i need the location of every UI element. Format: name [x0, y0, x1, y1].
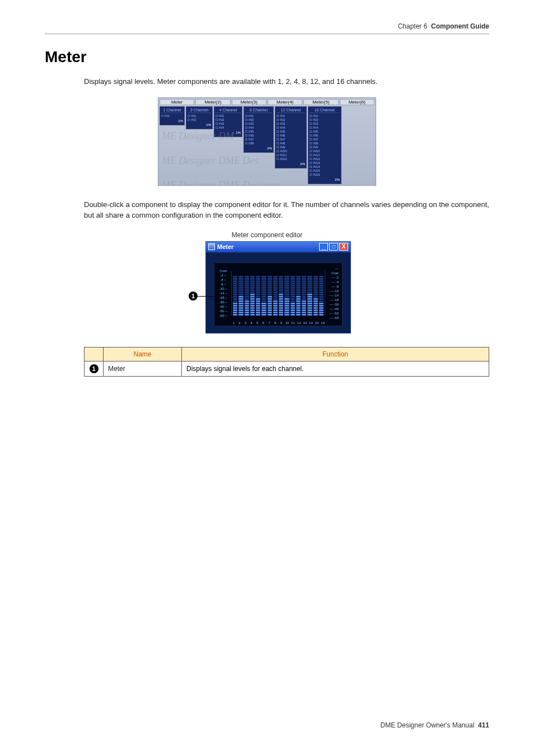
input-port: IN15 — [310, 169, 340, 173]
minimize-button[interactable]: _ — [319, 243, 328, 251]
input-port: IN3 — [310, 122, 340, 126]
meter-bar — [268, 276, 272, 316]
scale-tick: --- Over — [327, 266, 339, 275]
port-icon — [277, 134, 279, 137]
meter-segment — [296, 276, 301, 278]
meter-segment — [284, 296, 289, 298]
channel-number: 13 — [303, 321, 308, 325]
window-titlebar: Meter _ □ X — [205, 241, 351, 252]
meter-segment — [302, 296, 306, 298]
meter-segment — [291, 314, 295, 316]
designer-tab: Meter(3) — [232, 99, 266, 105]
meter-segment — [273, 303, 278, 304]
meter-segment — [296, 298, 301, 300]
port-label: IN13 — [313, 161, 320, 165]
meter-segment — [319, 276, 324, 278]
meter-segment — [302, 276, 306, 278]
port-icon — [245, 119, 247, 121]
body-paragraph-2: Double-click a component to display the … — [84, 199, 489, 221]
meter-segment — [307, 278, 312, 280]
port-icon — [188, 115, 190, 117]
close-button[interactable]: X — [339, 243, 348, 251]
input-port: IN4 — [245, 126, 272, 130]
meter-segment — [279, 283, 283, 284]
meter-segment — [302, 294, 306, 295]
component-block: 1 ChannelIN11% — [160, 106, 185, 125]
meter-segment — [250, 298, 255, 300]
meter-segment — [296, 300, 301, 302]
meter-segment — [250, 278, 255, 280]
meter-segment — [233, 303, 237, 304]
meter-segment — [250, 305, 255, 307]
meter-segment — [307, 285, 312, 287]
scale-tick: --- -50 — [327, 311, 339, 316]
section-label: Component Guide — [431, 22, 489, 30]
scale-tick: --- -60 — [327, 316, 339, 320]
meter-segment — [313, 285, 318, 287]
meter-bar — [291, 276, 295, 316]
port-icon — [245, 138, 247, 140]
meter-segment — [238, 285, 243, 287]
maximize-button[interactable]: □ — [329, 243, 338, 251]
meter-segment — [319, 289, 324, 291]
meter-segment — [313, 307, 318, 309]
meter-segment — [291, 278, 295, 280]
meter-segment — [268, 292, 272, 293]
meter-segment — [284, 298, 289, 300]
meter-segment — [245, 312, 249, 313]
meter-segment — [273, 289, 278, 291]
meter-segment — [291, 283, 295, 284]
meter-bar — [284, 276, 289, 316]
port-label: IN3 — [313, 122, 318, 126]
port-icon — [310, 142, 312, 144]
meter-segment — [256, 294, 260, 295]
meter-segment — [291, 298, 295, 300]
channel-numbers: 12345678910111213141516 — [218, 320, 339, 325]
designer-tabs: MeterMeter(2)Meter(3)Meter(4)Meter(5)Met… — [160, 99, 374, 106]
meter-segment — [273, 294, 278, 295]
description-table: Name Function 1MeterDisplays signal leve… — [84, 347, 489, 377]
meter-segment — [250, 276, 255, 278]
meter-segment — [238, 309, 243, 311]
port-icon — [245, 126, 247, 129]
meter-segment — [313, 289, 318, 291]
meter-segment — [284, 309, 289, 311]
input-port: IN16 — [310, 173, 340, 177]
channel-number: 10 — [285, 321, 290, 325]
port-label: IN4 — [280, 126, 285, 130]
meter-segment — [245, 278, 249, 280]
meter-segment — [279, 276, 283, 278]
block-zoom: 1% — [161, 119, 183, 123]
meter-segment — [296, 312, 301, 313]
designer-tab: Meter(4) — [268, 99, 302, 105]
scale-tick: -60 -- — [218, 313, 229, 318]
component-block: 12 ChannelIN1IN2IN3IN4IN5IN6IN7IN8IN9IN1… — [275, 106, 307, 168]
meter-segment — [302, 278, 306, 280]
meter-segment — [291, 296, 295, 298]
meter-segment — [250, 307, 255, 309]
meter-panel: Over-2 ---4 ---6 ---10 ---14 ---18 ---30… — [214, 262, 343, 326]
port-label: IN8 — [280, 142, 285, 145]
meter-segment — [284, 280, 289, 282]
input-port: IN6 — [277, 134, 305, 138]
port-label: IN10 — [313, 149, 320, 153]
port-label: IN12 — [280, 157, 287, 161]
meter-segment — [261, 314, 266, 316]
port-label: IN3 — [249, 122, 254, 126]
meter-segment — [273, 276, 278, 278]
meter-segment — [238, 305, 243, 307]
meter-segment — [291, 289, 295, 291]
meter-segment — [279, 305, 283, 307]
meter-segment — [313, 305, 318, 307]
channel-number: 14 — [308, 321, 313, 325]
meter-segment — [284, 294, 289, 295]
channel-number: 7 — [267, 321, 272, 325]
port-icon — [216, 123, 218, 125]
port-label: IN12 — [313, 157, 320, 161]
component-block: 4 ChannelIN1IN2IN3IN41% — [214, 106, 242, 137]
page-number: 411 — [478, 721, 489, 729]
meter-segment — [238, 276, 243, 278]
block-title: 1 Channel — [161, 108, 183, 113]
meter-segment — [302, 289, 306, 291]
meter-segment — [296, 314, 301, 316]
